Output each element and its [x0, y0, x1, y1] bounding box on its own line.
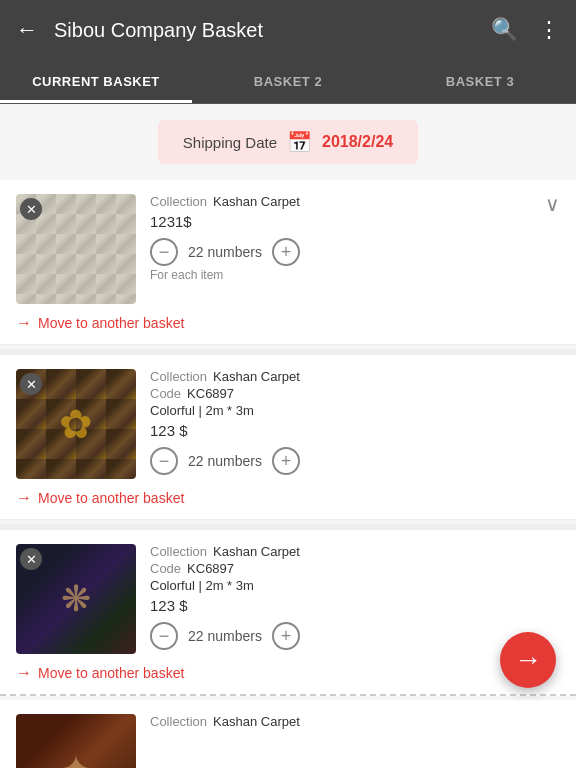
quantity-increase-1[interactable]: + — [272, 238, 300, 266]
item-details-1: Collection Kashan Carpet 1231$ ∨ − 22 nu… — [150, 194, 560, 282]
header: ← Sibou Company Basket 🔍 ⋮ — [0, 0, 576, 60]
item-collection-3: Collection Kashan Carpet — [150, 544, 560, 559]
item-details-4: Collection Kashan Carpet — [150, 714, 560, 729]
item-code-3: Code KC6897 — [150, 561, 560, 576]
fab-arrow-icon: → — [514, 644, 542, 676]
item-details-3: Collection Kashan Carpet Code KC6897 Col… — [150, 544, 560, 650]
quantity-value-3: 22 numbers — [188, 628, 262, 644]
shipping-label: Shipping Date — [183, 134, 277, 151]
tab-basket2[interactable]: BASKET 2 — [192, 60, 384, 103]
for-each-label-1: For each item — [150, 268, 560, 282]
quantity-increase-2[interactable]: + — [272, 447, 300, 475]
header-actions: 🔍 ⋮ — [491, 17, 560, 43]
tab-current-basket[interactable]: CURRENT BASKET — [0, 60, 192, 103]
back-button[interactable]: ← — [16, 17, 38, 43]
item-price-1: 1231$ — [150, 213, 300, 230]
quantity-row-2: − 22 numbers + — [150, 447, 560, 475]
item-collection-4: Collection Kashan Carpet — [150, 714, 560, 729]
item-price-3: 123 $ — [150, 597, 560, 614]
quantity-decrease-1[interactable]: − — [150, 238, 178, 266]
item-collection-2: Collection Kashan Carpet — [150, 369, 560, 384]
item-price-2: 123 $ — [150, 422, 560, 439]
quantity-decrease-3[interactable]: − — [150, 622, 178, 650]
quantity-row-3: − 22 numbers + — [150, 622, 560, 650]
calendar-icon: 📅 — [287, 130, 312, 154]
expand-item-1-icon[interactable]: ∨ — [545, 192, 560, 216]
move-arrow-icon-3: → — [16, 664, 32, 682]
quantity-row-1: − 22 numbers + — [150, 238, 560, 266]
move-arrow-icon-2: → — [16, 489, 32, 507]
item-details-2: Collection Kashan Carpet Code KC6897 Col… — [150, 369, 560, 475]
shipping-date-value: 2018/2/24 — [322, 133, 393, 151]
item-card-4: Collection Kashan Carpet — [0, 700, 576, 768]
item-card-2: ✕ Collection Kashan Carpet Code KC6897 C… — [0, 355, 576, 520]
page-title: Sibou Company Basket — [54, 19, 491, 42]
item-card-3: ✕ Collection Kashan Carpet Code KC6897 C… — [0, 530, 576, 696]
item-card-1: ✕ Collection Kashan Carpet 1231$ ∨ − 22 … — [0, 180, 576, 345]
quantity-increase-3[interactable]: + — [272, 622, 300, 650]
quantity-value-2: 22 numbers — [188, 453, 262, 469]
move-basket-1[interactable]: → Move to another basket — [16, 304, 560, 344]
item-image-wrap-1: ✕ — [16, 194, 136, 304]
item-image-wrap-2: ✕ — [16, 369, 136, 479]
remove-item-1-button[interactable]: ✕ — [20, 198, 42, 220]
move-arrow-icon-1: → — [16, 314, 32, 332]
item-code-2: Code KC6897 — [150, 386, 560, 401]
move-basket-3[interactable]: → Move to another basket — [16, 654, 560, 694]
quantity-decrease-2[interactable]: − — [150, 447, 178, 475]
remove-item-3-button[interactable]: ✕ — [20, 548, 42, 570]
more-icon[interactable]: ⋮ — [538, 17, 560, 43]
quantity-value-1: 22 numbers — [188, 244, 262, 260]
item-colorful-2: Colorful | 2m * 3m — [150, 403, 560, 418]
item-colorful-3: Colorful | 2m * 3m — [150, 578, 560, 593]
tab-basket3[interactable]: BASKET 3 — [384, 60, 576, 103]
move-basket-2[interactable]: → Move to another basket — [16, 479, 560, 519]
item-collection-1: Collection Kashan Carpet — [150, 194, 300, 209]
remove-item-2-button[interactable]: ✕ — [20, 373, 42, 395]
search-icon[interactable]: 🔍 — [491, 17, 518, 43]
item-image-wrap-4 — [16, 714, 136, 768]
item-image-4 — [16, 714, 136, 768]
fab-button[interactable]: → — [500, 632, 556, 688]
item-image-wrap-3: ✕ — [16, 544, 136, 654]
shipping-date-bar[interactable]: Shipping Date 📅 2018/2/24 — [158, 120, 418, 164]
tab-bar: CURRENT BASKET BASKET 2 BASKET 3 — [0, 60, 576, 104]
